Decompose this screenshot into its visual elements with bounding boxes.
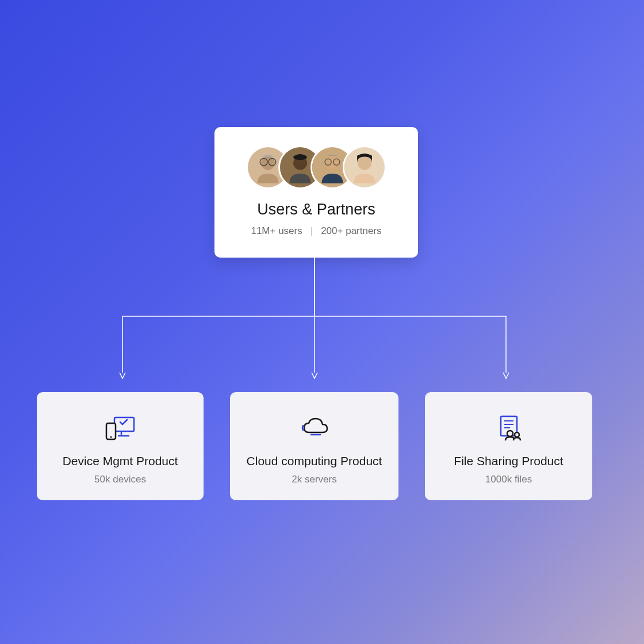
root-title: Users & Partners (257, 201, 375, 218)
child-title: Cloud computing Product (247, 454, 382, 468)
devices-icon (104, 412, 136, 444)
child-card-cloud: Cloud computing Product 2k servers (230, 392, 398, 500)
svg-point-11 (358, 156, 371, 170)
child-card-file-sharing: File Sharing Product 1000k files (425, 392, 592, 500)
root-stats: 11M+ users | 200+ partners (251, 225, 381, 237)
child-title: Device Mgmt Product (63, 454, 178, 468)
svg-point-14 (110, 436, 112, 438)
root-stat-users: 11M+ users (251, 225, 302, 237)
child-title: File Sharing Product (454, 454, 563, 468)
file-share-icon (493, 412, 525, 444)
avatar (343, 145, 386, 189)
stat-divider: | (310, 225, 313, 237)
child-stat: 1000k files (485, 474, 532, 485)
svg-point-7 (325, 156, 339, 170)
child-stat: 2k servers (292, 474, 336, 485)
child-stat: 50k devices (94, 474, 146, 485)
svg-point-20 (515, 432, 519, 437)
root-stat-partners: 200+ partners (321, 225, 381, 237)
root-card: Users & Partners 11M+ users | 200+ partn… (214, 127, 418, 258)
connector-lines (0, 0, 644, 644)
child-card-device-mgmt: Device Mgmt Product 50k devices (37, 392, 204, 500)
svg-point-19 (507, 431, 513, 436)
avatar-group (246, 145, 386, 189)
cloud-icon (298, 412, 331, 444)
svg-rect-12 (114, 417, 134, 431)
